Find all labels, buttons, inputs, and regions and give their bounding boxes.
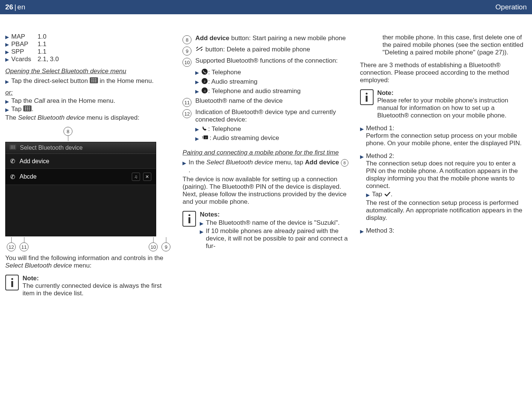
function-audio: ▶♪: Audio streaming bbox=[195, 78, 349, 86]
svg-point-8 bbox=[93, 81, 94, 82]
note-title: Note: bbox=[377, 89, 527, 97]
svg-point-25 bbox=[12, 147, 13, 147]
phone-music-circle-icon: ♫ bbox=[201, 87, 208, 96]
continued-note: ther mobile phone. In this case, first d… bbox=[383, 34, 527, 56]
subheading-open-menu: Opening the Select Bluetooth device menu bbox=[5, 68, 126, 75]
screenshot-add-row[interactable]: ✆ Add device bbox=[6, 154, 156, 169]
method-3: ▶ Method 3: bbox=[360, 227, 527, 235]
svg-point-1 bbox=[92, 78, 92, 79]
svg-point-5 bbox=[93, 80, 94, 81]
callout-11: 11 bbox=[20, 242, 29, 251]
callout-10: 10 bbox=[149, 242, 158, 251]
svg-point-3 bbox=[95, 78, 96, 79]
phone-circle-icon bbox=[201, 68, 208, 77]
phone-plus-icon: ✆ bbox=[10, 158, 15, 165]
svg-point-11 bbox=[25, 107, 26, 107]
add-device-label: Add device bbox=[20, 158, 49, 165]
info-icon bbox=[5, 275, 19, 290]
note-box: Note: The currently connected device is … bbox=[5, 275, 172, 297]
page-number: 26 bbox=[5, 3, 13, 11]
dialpad-icon bbox=[90, 77, 98, 85]
callout-8: 8 bbox=[63, 127, 72, 136]
step: ▶ Tap the Call area in the Home menu. bbox=[5, 97, 172, 105]
svg-point-14 bbox=[25, 108, 26, 109]
svg-point-4 bbox=[92, 80, 92, 81]
screenshot-title: Select Bluetooth device bbox=[20, 144, 83, 151]
svg-point-27 bbox=[11, 148, 12, 149]
info-icon bbox=[182, 211, 196, 227]
svg-text:♪: ♪ bbox=[205, 136, 206, 139]
page-header: 26|en Operation bbox=[0, 0, 532, 14]
svg-point-9 bbox=[95, 81, 96, 82]
callout-9: 9 bbox=[161, 242, 170, 251]
column-2: 8 Add device button: Start pairing a new… bbox=[182, 33, 349, 302]
svg-point-7 bbox=[92, 81, 92, 82]
note-body: The currently connected device is always… bbox=[23, 282, 172, 297]
dialpad-icon bbox=[23, 105, 32, 113]
both-icon: ♫ bbox=[132, 173, 140, 181]
unlink-icon[interactable]: ✕ bbox=[143, 173, 151, 181]
spec-row: ▶MAP1.0 bbox=[5, 33, 172, 41]
dialpad-small-icon bbox=[9, 144, 16, 151]
column-3: ther mobile phone. In this case, first d… bbox=[360, 33, 527, 302]
device-screenshot: Select Bluetooth device ✆ Add device ✆ A… bbox=[5, 142, 156, 236]
svg-text:♪: ♪ bbox=[204, 79, 206, 83]
screenshot-figure: 8 Select Bluetooth device ✆ Add device ✆… bbox=[5, 127, 172, 251]
music-circle-icon: ♪ bbox=[201, 78, 208, 86]
or-label: or: bbox=[5, 89, 172, 96]
paragraph: The device is now available for setting … bbox=[182, 176, 349, 206]
screenshot-device-row[interactable]: ✆ Abcde ♫ ✕ bbox=[6, 169, 156, 185]
callout-12: 12 bbox=[7, 242, 16, 251]
spec-row: ▶SPP1.1 bbox=[5, 48, 172, 56]
column-1: ▶MAP1.0 ▶PBAP1.1 ▶SPP1.1 ▶Vcards2.1, 3.0… bbox=[5, 33, 172, 302]
note-box: Note: Please refer to your mobile phone'… bbox=[360, 89, 527, 119]
info-icon bbox=[360, 89, 374, 105]
spec-row: ▶Vcards2.1, 3.0 bbox=[5, 56, 172, 63]
spec-list: ▶MAP1.0 ▶PBAP1.1 ▶SPP1.1 ▶Vcards2.1, 3.0 bbox=[5, 33, 172, 63]
header-left: 26|en bbox=[5, 3, 25, 11]
paragraph: You will find the following information … bbox=[5, 254, 172, 269]
devtype-telephone: ▶: Telephone bbox=[195, 125, 349, 134]
note-title: Note: bbox=[23, 275, 172, 282]
callout-item-10: 10 Supported Bluetooth® functions of the… bbox=[182, 57, 349, 67]
svg-point-22 bbox=[12, 146, 13, 146]
svg-point-15 bbox=[27, 108, 28, 109]
svg-point-28 bbox=[12, 148, 13, 149]
devtype-audio: ▶♪: Audio streaming device bbox=[195, 134, 349, 142]
svg-point-29 bbox=[14, 148, 15, 149]
check-icon bbox=[384, 191, 391, 198]
step: ▶ Tap the direct-select button in the Ho… bbox=[5, 77, 172, 85]
method-1: ▶ Method 1: Perform the connection setup… bbox=[360, 125, 527, 147]
header-section: Operation bbox=[496, 3, 527, 11]
svg-point-26 bbox=[14, 147, 15, 147]
svg-point-16 bbox=[29, 108, 30, 109]
notes-box: Notes: ▶The Bluetooth® name of the devic… bbox=[182, 211, 349, 251]
spec-row: ▶PBAP1.1 bbox=[5, 41, 172, 48]
phone-icon: ✆ bbox=[10, 173, 15, 180]
svg-point-13 bbox=[29, 107, 30, 107]
svg-point-17 bbox=[25, 110, 26, 110]
svg-point-12 bbox=[27, 107, 28, 107]
page-content: ▶MAP1.0 ▶PBAP1.1 ▶SPP1.1 ▶Vcards2.1, 3.0… bbox=[0, 14, 532, 314]
svg-text:♫: ♫ bbox=[203, 89, 206, 93]
function-both: ▶♫: Telephone and audio streaming bbox=[195, 87, 349, 96]
speaker-icon: ♪ bbox=[201, 134, 209, 142]
function-telephone: ▶: Telephone bbox=[195, 68, 349, 77]
note-body: Please refer to your mobile phone's inst… bbox=[377, 97, 527, 119]
step: ▶ Tap . bbox=[5, 105, 172, 113]
screenshot-titlebar: Select Bluetooth device bbox=[6, 142, 156, 154]
step: ▶ In the Select Bluetooth device menu, t… bbox=[182, 159, 349, 174]
callout-item-9: 9 button: Delete a paired mobile phone bbox=[182, 46, 349, 56]
svg-point-24 bbox=[11, 147, 12, 147]
note-item: ▶If 10 mobile phones are already paired … bbox=[200, 227, 349, 250]
note-item: ▶The Bluetooth® name of the device is "S… bbox=[200, 219, 349, 227]
svg-point-2 bbox=[93, 78, 94, 79]
callout-item-8: 8 Add device button: Start pairing a new… bbox=[182, 35, 349, 44]
bottom-callouts: 12 11 10 9 bbox=[5, 237, 172, 251]
method-2: ▶ Method 2: The connection setup does no… bbox=[360, 152, 527, 222]
callout-item-12: 12 Indication of Bluetooth® device type … bbox=[182, 108, 349, 123]
svg-point-19 bbox=[29, 110, 30, 110]
inline-callout-8: 8 bbox=[341, 159, 348, 167]
svg-point-18 bbox=[27, 110, 28, 110]
paragraph: There are 3 methods of establishing a Bl… bbox=[360, 62, 527, 84]
